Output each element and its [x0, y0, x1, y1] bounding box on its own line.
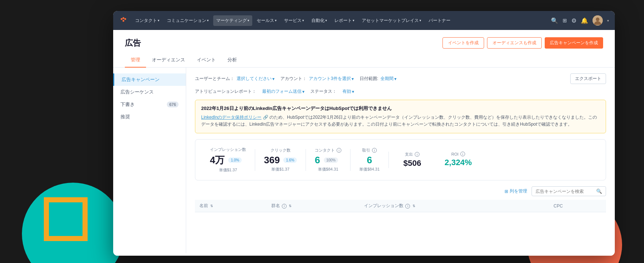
bg-orange-rect: [44, 197, 88, 241]
nav-marketplace[interactable]: アセットマーケットプレイス ▾: [359, 15, 424, 26]
chevron-down-icon: ▾: [207, 19, 209, 22]
stat-right-section: 支出 i $506 ROI i 2,324%: [388, 152, 478, 168]
nav-contacts[interactable]: コンタクト ▾: [132, 15, 162, 26]
manage-columns-button[interactable]: ⊞ 列を管理: [505, 188, 527, 194]
sidebar-item-ad-sequence[interactable]: 広告シーケンス: [113, 86, 186, 98]
contacts-label: コンタクト i: [315, 148, 341, 153]
sort-icon-3: ⇅: [413, 204, 415, 208]
nav-sales[interactable]: セールス ▾: [254, 15, 280, 26]
sort-icon-2: ⇅: [289, 204, 292, 208]
user-team-select[interactable]: 選択してください ▾: [237, 76, 275, 82]
campaign-search-input[interactable]: [536, 189, 594, 194]
create-event-button[interactable]: イベントを作成: [442, 37, 484, 49]
chevron-down-icon: ▾: [353, 19, 354, 22]
user-team-label: ユーザーとチーム：: [195, 76, 234, 82]
spend-value: $506: [403, 159, 421, 168]
sidebar-item-drafts[interactable]: 下書き 676: [113, 98, 186, 111]
account-select[interactable]: アカウント3件を選択 ▾: [309, 76, 354, 82]
sort-icon: ⇅: [210, 204, 213, 208]
table-header-group: 群名 i ⇅: [267, 200, 360, 212]
table-header-impressions: インプレッション数 i ⇅: [360, 200, 549, 212]
nav-communications[interactable]: コミュニケーション ▾: [164, 15, 212, 26]
chevron-down-icon: ▾: [352, 89, 354, 94]
tab-audience[interactable]: オーディエンス: [146, 53, 191, 68]
info-icon: i: [337, 148, 341, 153]
impressions-value: 4万: [210, 154, 225, 167]
info-icon-spend: i: [415, 152, 419, 157]
top-nav: コンタクト ▾ コミュニケーション ▾ マーケティング ▾ セールス ▾ サービ…: [113, 11, 615, 30]
attribution-select[interactable]: 最初のフォーム送信 ▾: [262, 88, 304, 95]
user-team-filter: ユーザーとチーム： 選択してください ▾: [195, 76, 275, 82]
campaign-search-box: 🔍: [532, 186, 606, 196]
chevron-down-icon: ▾: [158, 19, 160, 22]
hubspot-logo[interactable]: [119, 15, 128, 26]
tab-manage[interactable]: 管理: [125, 53, 146, 68]
alert-text: LinkedInのデータ保持ポリシー 🔗 のため、HubSpotでは2022年1…: [201, 114, 600, 128]
table-header-cpc: CPC: [549, 200, 606, 212]
table-controls: ⊞ 列を管理 🔍: [195, 186, 606, 196]
sidebar: 広告キャンペーン 広告シーケンス 下書き 676 推奨: [113, 68, 186, 253]
clicks-rate: 1.6%: [283, 157, 297, 163]
stat-contacts: コンタクト i 6 100% 単価$84.31: [309, 148, 347, 172]
stat-clicks: クリック数 369 1.6% 単価$1.37: [258, 148, 303, 172]
date-filter: 日付範囲: 全期間 ▾: [360, 76, 396, 82]
chevron-down-icon: ▾: [272, 76, 275, 81]
status-select[interactable]: 有効 ▾: [342, 88, 354, 95]
contacts-rate: 100%: [324, 157, 338, 163]
browser-window: コンタクト ▾ コミュニケーション ▾ マーケティング ▾ セールス ▾ サービ…: [113, 11, 615, 256]
attribution-label: アトリビューションレポート：: [195, 88, 256, 95]
info-icon-impressions-col: i: [405, 204, 410, 209]
header-buttons: イベントを作成 オーディエンスも作成 広告キャンペーンを作成: [442, 37, 603, 49]
contacts-sub: 単価$84.31: [315, 167, 341, 172]
nav-marketing[interactable]: マーケティング ▾: [213, 15, 252, 26]
chevron-down-icon: ▾: [302, 19, 304, 22]
date-select[interactable]: 全期間 ▾: [380, 76, 396, 82]
search-icon: 🔍: [596, 188, 602, 194]
page-content: 広告 イベントを作成 オーディエンスも作成 広告キャンペーンを作成 管理 オーデ…: [113, 30, 615, 256]
data-table: 名前 ⇅ 群名 i ⇅ インプレッション数 i ⇅: [195, 200, 606, 212]
attribution-bar: アトリビューションレポート： 最初のフォーム送信 ▾ ステータス： 有効 ▾: [195, 88, 606, 95]
create-campaign-button[interactable]: 広告キャンペーンを作成: [545, 37, 603, 49]
search-icon[interactable]: 🔍: [551, 17, 558, 24]
deals-sub: 単価$84.31: [359, 167, 380, 172]
avatar[interactable]: [593, 15, 603, 26]
sidebar-item-ad-campaigns[interactable]: 広告キャンペーン: [113, 73, 186, 86]
sidebar-item-recommended[interactable]: 推奨: [113, 111, 186, 123]
nav-partner[interactable]: パートナー: [426, 15, 453, 26]
nav-service[interactable]: サービス ▾: [281, 15, 307, 26]
stat-divider: [255, 149, 255, 171]
settings-icon[interactable]: ⚙: [571, 17, 576, 24]
nav-reports[interactable]: レポート ▾: [331, 15, 357, 26]
drafts-badge: 676: [167, 102, 179, 107]
alert-link[interactable]: LinkedInのデータ保持ポリシー: [201, 115, 261, 120]
chevron-down-icon: ▾: [394, 76, 396, 81]
info-icon-group: i: [282, 204, 287, 209]
stat-divider-3: [350, 149, 350, 171]
impressions-label: インプレッション数: [210, 147, 246, 152]
export-button[interactable]: エクスポート: [570, 73, 606, 84]
account-chevron-icon[interactable]: ▾: [607, 19, 609, 23]
status-label: ステータス：: [310, 88, 337, 95]
tab-event[interactable]: イベント: [191, 53, 222, 68]
alert-box: 2022年1月26日より前のLinkedIn広告キャンペーンデータはHubSpo…: [195, 100, 606, 133]
chevron-down-icon: ▾: [302, 89, 304, 94]
table-header-name: 名前 ⇅: [195, 200, 267, 212]
create-audience-button[interactable]: オーディエンスも作成: [487, 37, 542, 49]
grid-icon[interactable]: ⊞: [563, 18, 567, 23]
stat-roi: ROI i 2,324%: [439, 152, 478, 168]
notifications-icon[interactable]: 🔔: [581, 17, 588, 24]
nav-automation[interactable]: 自動化 ▾: [308, 15, 330, 26]
stat-impressions: インプレッション数 4万 1.0% 単価$1.37: [204, 147, 252, 173]
chevron-down-icon: ▾: [419, 19, 421, 22]
tab-analysis[interactable]: 分析: [222, 53, 243, 68]
roi-value: 2,324%: [445, 158, 472, 167]
chevron-down-icon: ▾: [275, 19, 277, 22]
alert-title: 2022年1月26日より前のLinkedIn広告キャンペーンデータはHubSpo…: [201, 105, 600, 112]
stat-deals: 取引 i 6 単価$84.31: [353, 148, 386, 172]
info-icon-deals: i: [372, 148, 377, 153]
page-title: 広告: [125, 38, 141, 49]
impressions-rate: 1.0%: [228, 157, 242, 163]
stats-panel: インプレッション数 4万 1.0% 単価$1.37 クリック数 369: [195, 139, 606, 180]
deals-label: 取引 i: [359, 148, 380, 153]
tabs: 管理 オーディエンス イベント 分析: [113, 53, 615, 68]
